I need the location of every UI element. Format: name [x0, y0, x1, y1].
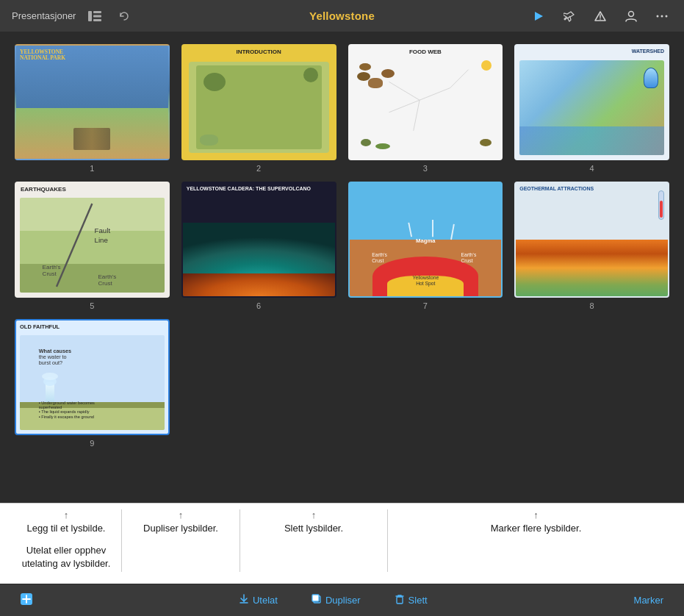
- svg-text:• Underground water becomes: • Underground water becomes: [39, 401, 95, 405]
- select-label: Marker: [634, 595, 663, 606]
- duplicate-button[interactable]: Dupliser: [306, 591, 367, 609]
- play-button[interactable]: [528, 6, 549, 26]
- svg-text:Crust: Crust: [461, 258, 472, 263]
- skip-button[interactable]: Utelat: [233, 591, 284, 609]
- svg-text:superheated: superheated: [39, 405, 62, 409]
- svg-marker-4: [535, 12, 543, 21]
- svg-line-14: [420, 88, 450, 101]
- plus-icon: [21, 593, 32, 607]
- undo-button[interactable]: [114, 6, 134, 26]
- svg-text:Fault: Fault: [95, 226, 111, 234]
- svg-line-18: [57, 204, 92, 287]
- svg-text:Earth's: Earth's: [98, 273, 116, 280]
- slide-item-7[interactable]: INSIDE THE CALDERA Magma Yellowstone Hot…: [348, 182, 503, 310]
- svg-text:Earth's: Earth's: [372, 252, 387, 257]
- svg-rect-50: [312, 595, 319, 601]
- slide-grid: YELLOWSTONENATIONAL PARK 1 INTRODUCTION …: [0, 32, 684, 513]
- tooltip-duplicate-slide: ↑ Dupliser lysbilder.: [122, 509, 240, 535]
- svg-point-10: [657, 15, 659, 17]
- svg-line-17: [413, 100, 419, 131]
- slide-item-4[interactable]: WATERSHED 4: [514, 44, 669, 173]
- svg-text:Hot Spot: Hot Spot: [416, 281, 435, 287]
- slide-item-6[interactable]: YELLOWSTONE CALDERA: THE SUPERVOLCANO 6: [181, 182, 336, 310]
- svg-line-32: [408, 223, 411, 237]
- svg-text:Earth's: Earth's: [461, 252, 476, 257]
- slide-number-5: 5: [90, 301, 94, 310]
- top-bar-right: [528, 6, 672, 26]
- presentations-nav[interactable]: Presentasjoner: [12, 10, 76, 21]
- skip-label: Utelat: [253, 595, 278, 606]
- more-button[interactable]: [652, 6, 672, 26]
- svg-text:• Finally it escapes the groun: • Finally it escapes the ground: [39, 415, 94, 419]
- svg-line-34: [451, 224, 454, 240]
- svg-text:Line: Line: [95, 236, 108, 244]
- add-slide-button[interactable]: [15, 590, 38, 610]
- delete-label: Slett: [408, 595, 428, 606]
- skip-icon: [239, 594, 249, 606]
- svg-point-9: [629, 11, 634, 16]
- sidebar-toggle-button[interactable]: [84, 6, 105, 26]
- duplicate-label: Dupliser: [325, 595, 361, 606]
- tooltip-delete-slide: ↑ Slett lysbilder.: [240, 509, 387, 535]
- svg-text:burst out?: burst out?: [39, 359, 62, 366]
- slide-number-6: 6: [256, 301, 261, 310]
- tooltip-delete-text: Slett lysbilder.: [284, 522, 343, 535]
- svg-rect-2: [93, 15, 101, 17]
- svg-rect-52: [397, 597, 403, 604]
- delete-button[interactable]: Slett: [389, 591, 433, 609]
- svg-text:Crust: Crust: [43, 271, 57, 278]
- slide-number-8: 8: [590, 301, 594, 310]
- tooltip-add-slide: ↑ Legg til et lysbilde. Utelat eller opp…: [0, 509, 121, 571]
- svg-point-8: [600, 18, 601, 20]
- tooltip-skip-text: Utelat eller opphev utelating av lysbild…: [11, 544, 121, 570]
- slide-item-3[interactable]: FOOD WEB: [348, 44, 503, 173]
- svg-text:Crust: Crust: [98, 280, 112, 287]
- svg-line-13: [389, 82, 420, 100]
- slide-number-1: 1: [90, 164, 94, 173]
- svg-point-12: [666, 15, 668, 17]
- tooltip-select-slides: ↑ Marker flere lysbilder.: [388, 509, 684, 535]
- svg-text:Magma: Magma: [416, 237, 436, 244]
- presentation-title: Yellowstone: [309, 10, 375, 22]
- top-bar-left: Presentasjoner: [12, 6, 134, 26]
- tooltip-add-text: Legg til et lysbilde.: [27, 522, 106, 535]
- slide-number-7: 7: [423, 301, 428, 310]
- select-button[interactable]: Marker: [628, 592, 669, 609]
- svg-text:Crust: Crust: [372, 258, 384, 263]
- svg-point-11: [661, 15, 663, 17]
- svg-line-16: [389, 100, 420, 112]
- svg-line-15: [450, 70, 468, 88]
- tooltip-area: ↑ Legg til et lysbilde. Utelat eller opp…: [0, 503, 684, 584]
- svg-rect-3: [93, 19, 101, 21]
- svg-text:• The liquid expands rapidly: • The liquid expands rapidly: [39, 410, 90, 415]
- slide-number-4: 4: [590, 164, 594, 173]
- slide-number-2: 2: [256, 164, 261, 173]
- tooltip-duplicate-text: Dupliser lysbilder.: [143, 522, 218, 535]
- slide-item-2[interactable]: INTRODUCTION 2: [181, 44, 336, 173]
- slide-item-1[interactable]: YELLOWSTONENATIONAL PARK 1: [15, 44, 170, 173]
- slide-item-8[interactable]: GEOTHERMAL ATTRACTIONS 8: [514, 182, 669, 310]
- top-bar: Presentasjoner Yellowstone: [0, 0, 684, 32]
- svg-text:Earth's: Earth's: [43, 264, 61, 271]
- slide-number-9: 9: [90, 439, 94, 448]
- slide-item-5[interactable]: EARTHQUAKES Fault Line Earth's Crust Ear…: [15, 182, 170, 310]
- slide-number-3: 3: [423, 164, 428, 173]
- pin-button[interactable]: [559, 6, 580, 26]
- trash-icon: [395, 594, 405, 606]
- bottom-toolbar: Utelat Dupliser Slett Marker: [0, 584, 684, 616]
- duplicate-icon: [312, 594, 322, 606]
- collaborate-button[interactable]: [590, 6, 611, 26]
- tooltip-select-text: Marker flere lysbilder.: [491, 522, 582, 535]
- svg-text:Yellowstone: Yellowstone: [412, 275, 439, 280]
- svg-rect-0: [88, 11, 92, 21]
- svg-rect-1: [93, 11, 101, 13]
- slide-item-9[interactable]: OLD FAITHFUL What causes the water to bu…: [15, 319, 170, 448]
- share-button[interactable]: [621, 6, 641, 26]
